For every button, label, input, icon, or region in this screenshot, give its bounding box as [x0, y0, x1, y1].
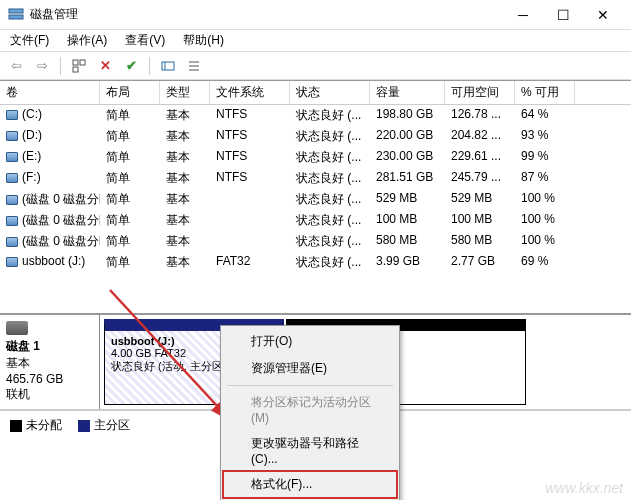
- maximize-button[interactable]: ☐: [543, 1, 583, 29]
- col-capacity[interactable]: 容量: [370, 81, 445, 104]
- view-button[interactable]: [69, 56, 89, 76]
- svg-rect-0: [9, 9, 23, 13]
- watermark: www.kkx.net: [545, 480, 623, 496]
- list-icon[interactable]: [184, 56, 204, 76]
- back-button[interactable]: ⇦: [6, 56, 26, 76]
- col-type[interactable]: 类型: [160, 81, 210, 104]
- forward-button[interactable]: ⇨: [32, 56, 52, 76]
- toolbar: ⇦ ⇨ ✕ ✔: [0, 52, 631, 80]
- col-free[interactable]: 可用空间: [445, 81, 515, 104]
- table-row[interactable]: (磁盘 0 磁盘分区 1)简单基本状态良好 (...529 MB529 MB10…: [0, 189, 631, 210]
- refresh-icon[interactable]: [158, 56, 178, 76]
- table-row[interactable]: (E:)简单基本NTFS状态良好 (...230.00 GB229.61 ...…: [0, 147, 631, 168]
- col-fs[interactable]: 文件系统: [210, 81, 290, 104]
- ctx-mark-active[interactable]: 将分区标记为活动分区(M): [223, 389, 397, 430]
- window-title: 磁盘管理: [30, 6, 503, 23]
- table-row[interactable]: (C:)简单基本NTFS状态良好 (...198.80 GB126.78 ...…: [0, 105, 631, 126]
- legend-unallocated: 未分配: [10, 417, 62, 434]
- ctx-open[interactable]: 打开(O): [223, 328, 397, 355]
- table-row[interactable]: (F:)简单基本NTFS状态良好 (...281.51 GB245.79 ...…: [0, 168, 631, 189]
- legend-primary: 主分区: [78, 417, 130, 434]
- disk-name: 磁盘 1: [6, 338, 93, 355]
- menu-view[interactable]: 查看(V): [121, 30, 169, 51]
- ctx-change-letter[interactable]: 更改驱动器号和路径(C)...: [223, 430, 397, 471]
- ctx-explorer[interactable]: 资源管理器(E): [223, 355, 397, 382]
- disk-mgmt-icon: [8, 7, 24, 23]
- table-header: 卷 布局 类型 文件系统 状态 容量 可用空间 % 可用: [0, 81, 631, 105]
- table-row[interactable]: usbboot (J:)简单基本FAT32状态良好 (...3.99 GB2.7…: [0, 252, 631, 273]
- table-row[interactable]: (D:)简单基本NTFS状态良好 (...220.00 GB204.82 ...…: [0, 126, 631, 147]
- disk-type: 基本: [6, 355, 93, 372]
- menu-file[interactable]: 文件(F): [6, 30, 53, 51]
- svg-rect-3: [80, 60, 85, 65]
- delete-icon[interactable]: ✕: [95, 56, 115, 76]
- table-row[interactable]: (磁盘 0 磁盘分区 5)简单基本状态良好 (...580 MB580 MB10…: [0, 231, 631, 252]
- menu-action[interactable]: 操作(A): [63, 30, 111, 51]
- col-volume[interactable]: 卷: [0, 81, 100, 104]
- svg-rect-1: [9, 15, 23, 19]
- titlebar: 磁盘管理 ─ ☐ ✕: [0, 0, 631, 30]
- svg-rect-2: [73, 60, 78, 65]
- disk-icon: [6, 321, 28, 335]
- disk-state: 联机: [6, 386, 93, 403]
- svg-rect-5: [162, 62, 174, 70]
- svg-rect-4: [73, 67, 78, 72]
- disk-size: 465.76 GB: [6, 372, 93, 386]
- check-icon[interactable]: ✔: [121, 56, 141, 76]
- menubar: 文件(F) 操作(A) 查看(V) 帮助(H): [0, 30, 631, 52]
- disk-info[interactable]: 磁盘 1 基本 465.76 GB 联机: [0, 315, 100, 409]
- table-row[interactable]: (磁盘 0 磁盘分区 2)简单基本状态良好 (...100 MB100 MB10…: [0, 210, 631, 231]
- context-menu: 打开(O) 资源管理器(E) 将分区标记为活动分区(M) 更改驱动器号和路径(C…: [220, 325, 400, 500]
- close-button[interactable]: ✕: [583, 1, 623, 29]
- volume-table: 卷 布局 类型 文件系统 状态 容量 可用空间 % 可用 (C:)简单基本NTF…: [0, 80, 631, 273]
- col-status[interactable]: 状态: [290, 81, 370, 104]
- col-pctfree[interactable]: % 可用: [515, 81, 575, 104]
- col-layout[interactable]: 布局: [100, 81, 160, 104]
- ctx-format[interactable]: 格式化(F)...: [223, 471, 397, 498]
- minimize-button[interactable]: ─: [503, 1, 543, 29]
- menu-help[interactable]: 帮助(H): [179, 30, 228, 51]
